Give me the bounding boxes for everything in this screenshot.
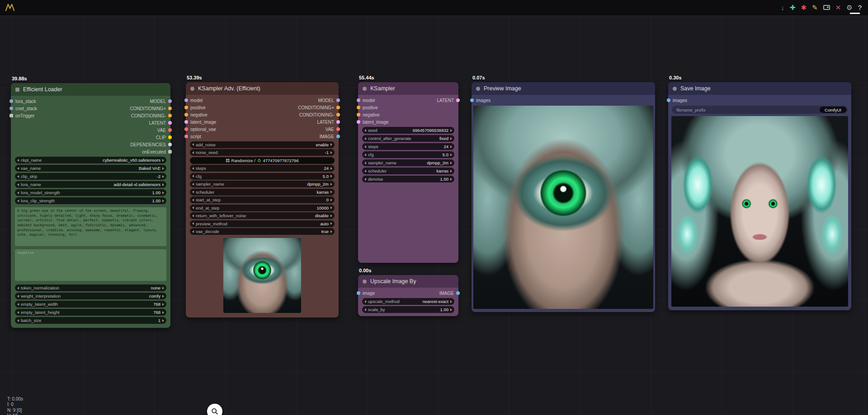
collapse-toggle-icon[interactable] bbox=[363, 87, 367, 91]
output-slot-latent[interactable]: LATENT bbox=[437, 98, 458, 103]
collapse-toggle-icon[interactable] bbox=[190, 87, 194, 91]
node-title-bar[interactable]: Upscale Image By bbox=[358, 275, 458, 288]
prev-arrow-icon[interactable] bbox=[364, 137, 366, 140]
slot-dot[interactable] bbox=[168, 128, 172, 132]
widget-control-after-generate[interactable]: control_after_generate fixed bbox=[362, 135, 454, 142]
slot-dot[interactable] bbox=[336, 120, 340, 124]
widget-end-at-step[interactable]: end_at_step 10000 bbox=[190, 205, 335, 211]
increment-arrow-icon[interactable] bbox=[330, 175, 332, 177]
input-slot-images[interactable]: images bbox=[669, 98, 687, 103]
input-slot-lora-stack[interactable]: lora_stack bbox=[11, 99, 36, 104]
decrement-arrow-icon[interactable] bbox=[192, 151, 194, 154]
widget-vae-name[interactable]: vae_name Baked VAE bbox=[15, 165, 166, 172]
queue-icon[interactable]: ↓ bbox=[781, 4, 784, 11]
next-arrow-icon[interactable] bbox=[330, 230, 332, 233]
node-upscale-image-by[interactable]: 0.00s Upscale Image By image IMAGE upsca… bbox=[358, 275, 458, 316]
input-slot-latent-image[interactable]: latent_image bbox=[359, 120, 388, 125]
decrement-arrow-icon[interactable] bbox=[364, 178, 366, 181]
next-arrow-icon[interactable] bbox=[330, 222, 332, 225]
widget-seed[interactable]: seed 696457095538832 bbox=[362, 127, 454, 134]
output-slot-conditioning-plus[interactable]: CONDITIONING+ bbox=[130, 106, 170, 111]
prev-arrow-icon[interactable] bbox=[17, 167, 19, 170]
slot-dot[interactable] bbox=[336, 127, 340, 131]
widget-denoise[interactable]: denoise 1.00 bbox=[362, 176, 454, 182]
prev-arrow-icon[interactable] bbox=[192, 214, 194, 217]
slot-dot[interactable] bbox=[168, 121, 172, 125]
slot-dot[interactable] bbox=[168, 114, 172, 117]
slot-dot[interactable] bbox=[168, 150, 172, 154]
increment-arrow-icon[interactable] bbox=[450, 129, 452, 132]
input-slot-optional-vae[interactable]: optional_vae bbox=[186, 127, 216, 132]
widget-lora-model-strength[interactable]: lora_model_strength 1.00 bbox=[15, 189, 166, 196]
prev-arrow-icon[interactable] bbox=[17, 159, 19, 162]
slot-dot[interactable] bbox=[168, 107, 172, 110]
next-arrow-icon[interactable] bbox=[330, 191, 332, 193]
prev-arrow-icon[interactable] bbox=[364, 300, 366, 303]
slot-dot[interactable] bbox=[184, 127, 188, 131]
next-arrow-icon[interactable] bbox=[450, 300, 452, 303]
increment-arrow-icon[interactable] bbox=[330, 199, 332, 201]
edit-icon[interactable]: ✎ bbox=[812, 4, 818, 11]
widget-token-normalization[interactable]: token_normalization none bbox=[15, 284, 166, 291]
slot-dot[interactable] bbox=[357, 98, 360, 102]
slot-dot[interactable] bbox=[184, 113, 188, 117]
widget-preview-method[interactable]: preview_method auto bbox=[190, 220, 335, 227]
decrement-arrow-icon[interactable] bbox=[364, 145, 366, 148]
decrement-arrow-icon[interactable] bbox=[192, 206, 194, 209]
node-ksampler-adv-efficient[interactable]: 53.39s KSampler Adv. (Efficient) model M… bbox=[186, 82, 339, 317]
prev-arrow-icon[interactable] bbox=[17, 287, 19, 289]
increment-arrow-icon[interactable] bbox=[162, 175, 164, 178]
slot-dot[interactable] bbox=[357, 113, 360, 117]
next-arrow-icon[interactable] bbox=[330, 143, 332, 146]
output-slot-latent[interactable]: LATENT bbox=[149, 121, 170, 126]
decrement-arrow-icon[interactable] bbox=[364, 154, 366, 156]
next-arrow-icon[interactable] bbox=[162, 287, 164, 289]
prev-arrow-icon[interactable] bbox=[192, 143, 194, 146]
input-slot-latent-image[interactable]: latent_image bbox=[186, 120, 216, 125]
output-slot-clip[interactable]: CLIP bbox=[156, 135, 170, 140]
node-title-bar[interactable]: Efficient Loader bbox=[11, 83, 170, 96]
widget-batch-size[interactable]: batch_size 1 bbox=[15, 317, 166, 324]
increment-arrow-icon[interactable] bbox=[330, 206, 332, 209]
decrement-arrow-icon[interactable] bbox=[17, 200, 19, 202]
slot-dot[interactable] bbox=[667, 98, 670, 102]
decrement-arrow-icon[interactable] bbox=[17, 175, 19, 178]
widget-ckpt-name[interactable]: ckpt_name cyberrealistic_v50.safetensors bbox=[15, 157, 166, 163]
decrement-arrow-icon[interactable] bbox=[17, 303, 19, 306]
slot-dot[interactable] bbox=[357, 106, 360, 109]
clear-workflow-icon[interactable]: ✱ bbox=[801, 4, 807, 11]
node-save-image[interactable]: 0.30s Save Image images filename_prefix … bbox=[668, 82, 851, 310]
randomize-seed-button[interactable]: ⚄ Randomize / ♻ 477470977872796 bbox=[190, 157, 335, 164]
output-slot-model[interactable]: MODEL bbox=[318, 98, 338, 103]
output-slot-dependencies[interactable]: DEPENDENCIES bbox=[130, 142, 170, 147]
next-arrow-icon[interactable] bbox=[450, 170, 452, 173]
node-efficient-loader[interactable]: 39.88s Efficient Loader lora_stack MODEL… bbox=[11, 83, 170, 328]
widget-scale-by[interactable]: scale_by 1.00 bbox=[362, 306, 454, 313]
slot-dot[interactable] bbox=[456, 98, 460, 102]
increment-arrow-icon[interactable] bbox=[162, 311, 164, 314]
increment-arrow-icon[interactable] bbox=[450, 154, 452, 156]
slot-dot[interactable] bbox=[184, 135, 188, 138]
input-slot-model[interactable]: model bbox=[359, 98, 375, 103]
widget-cfg[interactable]: cfg 5.0 bbox=[362, 151, 454, 158]
search-button[interactable] bbox=[207, 404, 222, 415]
output-slot-image[interactable]: IMAGE bbox=[439, 291, 458, 296]
increment-arrow-icon[interactable] bbox=[162, 191, 164, 194]
slot-dot[interactable] bbox=[456, 291, 460, 295]
slot-dot[interactable] bbox=[336, 135, 340, 138]
widget-lora-name[interactable]: lora_name add-detail-xl.safetensors bbox=[15, 181, 166, 188]
add-node-icon[interactable]: ✚ bbox=[790, 4, 796, 11]
widget-sampler-name[interactable]: sampler_name dpmpp_2m bbox=[190, 181, 335, 187]
slot-dot[interactable] bbox=[9, 99, 13, 103]
prev-arrow-icon[interactable] bbox=[364, 162, 366, 164]
increment-arrow-icon[interactable] bbox=[330, 151, 332, 154]
next-arrow-icon[interactable] bbox=[330, 183, 332, 186]
input-slot-positive[interactable]: positive bbox=[186, 105, 206, 110]
decrement-arrow-icon[interactable] bbox=[192, 175, 194, 177]
prev-arrow-icon[interactable] bbox=[192, 191, 194, 193]
negative-prompt-textarea[interactable] bbox=[15, 249, 166, 281]
node-preview-image[interactable]: 0.07s Preview Image images bbox=[472, 82, 655, 312]
slot-dot[interactable] bbox=[9, 114, 13, 117]
widget-empty-latent-width[interactable]: empty_latent_width 768 bbox=[15, 301, 166, 308]
output-slot-vae[interactable]: VAE bbox=[157, 128, 170, 133]
